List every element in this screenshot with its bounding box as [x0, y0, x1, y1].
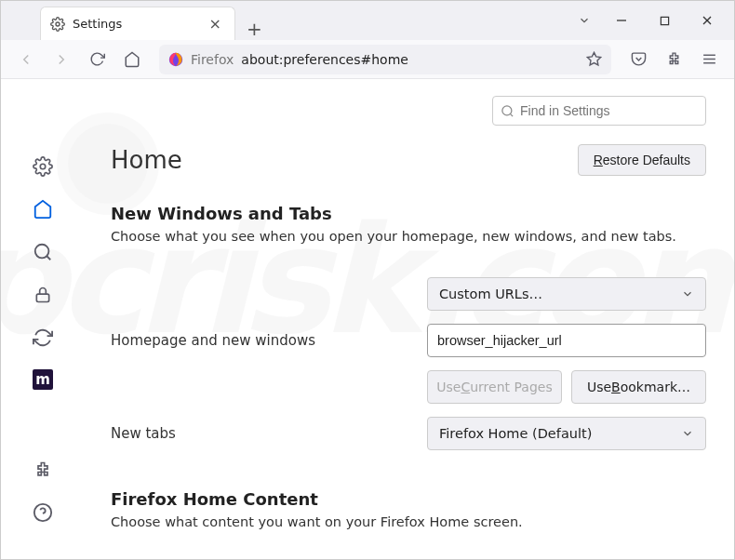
settings-main: Home Restore Defaults New Windows and Ta… [85, 79, 734, 559]
gear-icon [50, 17, 65, 32]
svg-line-17 [510, 113, 513, 116]
svg-rect-13 [36, 294, 48, 301]
svg-point-11 [35, 245, 49, 259]
chevron-down-icon [681, 427, 694, 440]
reload-button[interactable] [81, 44, 113, 75]
tab-settings[interactable]: Settings × [40, 7, 235, 40]
tab-title: Settings [73, 17, 198, 31]
titlebar: Settings × + [1, 1, 734, 40]
pocket-icon[interactable] [622, 44, 654, 75]
chevron-down-icon [681, 287, 694, 300]
minimize-button[interactable] [602, 5, 641, 36]
newtabs-label: New tabs [111, 425, 427, 442]
page-title: Home [111, 146, 182, 174]
homepage-mode-select[interactable]: Custom URLs… [427, 277, 706, 311]
settings-search[interactable] [492, 96, 706, 126]
tabs-dropdown-icon[interactable] [567, 14, 602, 27]
forward-button[interactable] [46, 44, 77, 75]
section-home-content-title: Firefox Home Content [111, 489, 706, 509]
search-icon [501, 104, 514, 118]
firefox-icon [168, 52, 183, 67]
menu-icon[interactable] [693, 44, 725, 75]
section-windows-tabs-title: New Windows and Tabs [111, 204, 706, 223]
section-windows-tabs-desc: Choose what you see when you open your h… [111, 229, 706, 244]
sidebar-help[interactable] [32, 501, 54, 524]
section-home-content-desc: Choose what content you want on your Fir… [111, 514, 706, 529]
extensions-icon[interactable] [658, 44, 689, 75]
restore-defaults-button[interactable]: Restore Defaults [578, 144, 706, 176]
svg-rect-2 [661, 17, 668, 24]
newtabs-value: Firefox Home (Default) [439, 426, 592, 441]
tabs-strip: Settings × + [1, 1, 567, 40]
svg-point-0 [56, 22, 60, 26]
svg-marker-6 [587, 52, 600, 64]
sidebar-search[interactable] [32, 241, 54, 263]
homepage-url-input[interactable] [427, 324, 706, 357]
url-path: about:preferences#home [241, 52, 579, 67]
new-tab-button[interactable]: + [235, 18, 274, 40]
sidebar-privacy[interactable] [32, 284, 54, 306]
use-bookmark-button[interactable]: Use Bookmark… [571, 370, 706, 404]
toolbar: Firefox about:preferences#home [1, 40, 734, 79]
settings-search-input[interactable] [520, 103, 698, 118]
maximize-button[interactable] [645, 5, 684, 36]
bookmark-star-icon[interactable] [586, 51, 602, 67]
sidebar-home[interactable] [32, 198, 54, 220]
close-window-button[interactable] [688, 5, 727, 36]
sidebar-sync[interactable] [32, 327, 54, 349]
close-icon[interactable]: × [206, 15, 225, 33]
newtabs-select[interactable]: Firefox Home (Default) [427, 417, 706, 450]
sidebar-more-mozilla[interactable]: m [33, 369, 53, 390]
url-bar[interactable]: Firefox about:preferences#home [159, 45, 611, 74]
svg-point-10 [40, 164, 46, 169]
back-button[interactable] [10, 44, 42, 75]
url-scope: Firefox [191, 52, 234, 67]
settings-sidebar: m [1, 79, 85, 559]
homepage-label: Homepage and new windows [111, 332, 427, 349]
svg-point-16 [502, 105, 512, 114]
home-button[interactable] [116, 44, 148, 75]
homepage-mode-value: Custom URLs… [439, 287, 542, 301]
svg-line-12 [47, 256, 50, 260]
sidebar-extensions[interactable] [32, 459, 54, 481]
use-current-pages-button[interactable]: Use Current Pages [427, 370, 562, 404]
window-controls [602, 5, 734, 36]
sidebar-general[interactable] [32, 155, 54, 178]
